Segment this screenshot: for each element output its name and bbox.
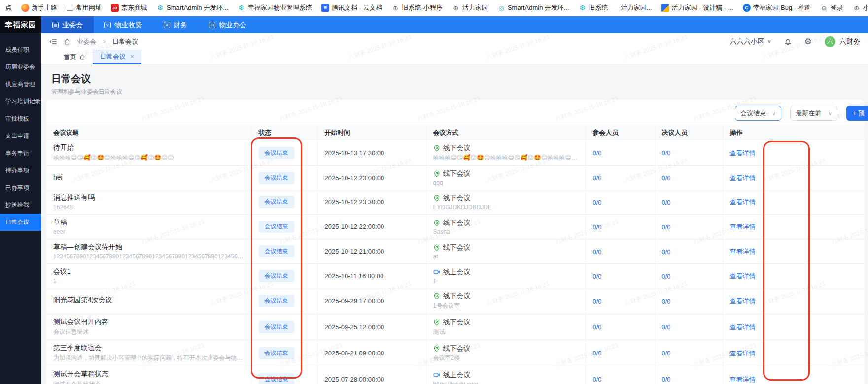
tab-daily-meetings[interactable]: 日常会议 × [93,50,141,64]
resolution-count-link[interactable]: 0/0 [662,199,671,206]
sidebar-item-学习培训记录[interactable]: 学习培训记录 [0,93,41,110]
office-icon: ⊟ [209,22,215,28]
resolution-cell: 0/0 [655,288,723,314]
resolution-count-link[interactable]: 0/0 [662,376,671,383]
location-pin-icon [433,170,440,177]
sidebar-item-支出申请[interactable]: 支出申请 [0,128,41,145]
table-row: 草稿 eeer 会议结束 2025-10-12 22:00:00 [46,215,864,239]
table-row: 阳光花园第4次会议 会议结束 2025-09-29 17:00:00 [46,288,864,314]
sidebar-item-历届业委会[interactable]: 历届业委会 [0,59,41,76]
participants-count-link[interactable]: 0/0 [593,248,602,256]
meeting-subtitle: 哈哈哈😁😘🥰😜🤩😊哈哈哈😁😘🥰😜🤩😊😗 [53,154,244,162]
bookmark-item[interactable]: 活力家园 - 设计稿 - ... [661,3,733,12]
sidebar-item-事务申请[interactable]: 事务申请 [0,145,41,162]
sidebar-item-label: 待办事项 [5,166,29,175]
view-details-link[interactable]: 查看详情 [730,174,756,182]
action-cell: 查看详情 [723,288,864,314]
participants-count-link[interactable]: 0/0 [593,224,602,231]
user-menu[interactable]: 六 六财务 [825,36,860,47]
user-name: 六财务 [839,37,860,46]
sidebar-item-供应商管理[interactable]: 供应商管理 [0,76,41,93]
globe-icon: ⊕ [820,4,828,12]
participants-count-link[interactable]: 0/0 [593,149,602,157]
view-details-link[interactable]: 查看详情 [730,323,756,331]
view-details-link[interactable]: 查看详情 [730,248,756,255]
table-row: 测试开会草稿状态 测试开会草稿状态 会议结束 2025-07-28 00:00:… [46,366,864,384]
new-meeting-button[interactable]: + 预 [846,106,868,121]
bookmark-item[interactable]: G 幸福家园-Bug - 禅道 [743,3,811,12]
action-cell: 查看详情 [723,264,864,288]
breadcrumb-section[interactable]: 业委会 [77,37,96,46]
bookmark-item[interactable]: 常用网址 [67,3,102,12]
view-details-link[interactable]: 查看详情 [730,272,756,280]
bookmark-item[interactable]: 新手上路 [21,3,57,12]
sidebar-item-抄送给我[interactable]: 抄送给我 [0,196,41,214]
bookmark-item[interactable]: JD 京东商城 [111,3,147,12]
view-details-link[interactable]: 查看详情 [730,223,756,230]
participants-count-link[interactable]: 0/0 [593,323,602,331]
home-icon[interactable] [64,38,70,45]
resolution-count-link[interactable]: 0/0 [662,248,671,256]
tab-home[interactable]: 首页 [56,50,93,64]
page-tabs: 首页 日常会议 × [41,50,868,64]
participants-count-link[interactable]: 0/0 [593,350,602,357]
close-icon[interactable]: × [130,53,134,60]
resolution-count-link[interactable]: 0/0 [662,350,671,357]
table-row: 草稿—创建会议待开始 12345678901234567890123456789… [46,239,864,264]
mode-label: 线下会议 [443,318,471,327]
participants-count-link[interactable]: 0/0 [593,376,602,383]
sidebar-item-待办事项[interactable]: 待办事项 [0,162,41,179]
sidebar: 成员任职 历届业委会 供应商管理 学习培训记录 审批模板 支出申请 事务申请 待… [0,33,41,384]
bookmark-item[interactable]: ❆ 幸福家园物业管理系统 [238,3,312,12]
bookmark-item[interactable]: ≣ 腾讯文档 - 云文档 [321,3,382,12]
view-details-link[interactable]: 查看详情 [730,149,756,157]
nav-item-office[interactable]: ⊟ 物业办公 [198,16,257,33]
resolution-count-link[interactable]: 0/0 [662,149,671,157]
bookmark-item[interactable]: ❆ SmartAdmin 开发环... [156,3,228,12]
resolution-count-link[interactable]: 0/0 [662,224,671,231]
status-filter-select[interactable]: 会议结束 ∨ [735,106,781,121]
bell-icon[interactable] [784,38,792,46]
sidebar-item-已办事项[interactable]: 已办事项 [0,179,41,196]
meeting-subtitle: 162648 [53,204,244,211]
collapse-sidebar-icon[interactable] [49,38,57,45]
sidebar-item-成员任职[interactable]: 成员任职 [0,41,41,59]
view-details-link[interactable]: 查看详情 [730,350,756,357]
resolution-count-link[interactable]: 0/0 [662,298,671,305]
gear-icon[interactable]: ⚙ [804,37,812,46]
sidebar-item-日常会议[interactable]: 日常会议 [0,214,41,231]
nav-item-label: 财务 [174,21,187,30]
bookmark-item[interactable]: ◎ SmartAdmin 开发环... [497,3,569,12]
sort-select[interactable]: 最新在前 ∨ [790,106,837,121]
participants-count-link[interactable]: 0/0 [593,174,602,182]
status-badge: 会议结束 [259,147,294,159]
bookmark-item[interactable]: ⊕ 活力家园 [452,3,488,12]
participants-count-link[interactable]: 0/0 [593,199,602,206]
resolution-count-link[interactable]: 0/0 [662,323,671,331]
sidebar-item-审批模板[interactable]: 审批模板 [0,110,41,128]
nav-item-finance[interactable]: ¥ 财务 [153,16,198,33]
mode-cell: 线下会议 会议室2楼 [426,340,586,366]
bookmark-item[interactable]: ⊕ 小程序登录 [853,3,868,12]
participants-cell: 0/0 [586,140,655,166]
nav-item-fee[interactable]: V 物业收费 [94,16,153,33]
meeting-subtitle: 测试开会草稿状态 [53,380,244,384]
bookmark-item[interactable]: ❆ 旧系统——活力家园... [579,3,652,12]
nav-item-committee[interactable]: ▤ 业委会 [41,16,94,33]
participants-cell: 0/0 [586,239,655,264]
resolution-count-link[interactable]: 0/0 [662,174,671,182]
bookmark-item[interactable]: ⊕ 旧系统-小程序 [392,3,443,12]
community-selector[interactable]: 六六六小区 ∨ [730,37,771,46]
bookmark-label: 新手上路 [32,3,57,12]
bookmark-item[interactable]: ⊕ 登录 [820,3,843,12]
view-details-link[interactable]: 查看详情 [730,297,756,305]
start-time-cell: 2025-10-12 23:30:00 [317,190,426,215]
chevron-down-icon: ∨ [767,38,771,45]
view-details-link[interactable]: 查看详情 [730,198,756,206]
bookmark-item[interactable]: 点 [2,3,12,12]
mode-cell: 线上会议 1 [426,264,586,288]
view-details-link[interactable]: 查看详情 [730,376,756,383]
resolution-count-link[interactable]: 0/0 [662,273,671,280]
participants-count-link[interactable]: 0/0 [593,273,602,280]
participants-count-link[interactable]: 0/0 [593,298,602,305]
